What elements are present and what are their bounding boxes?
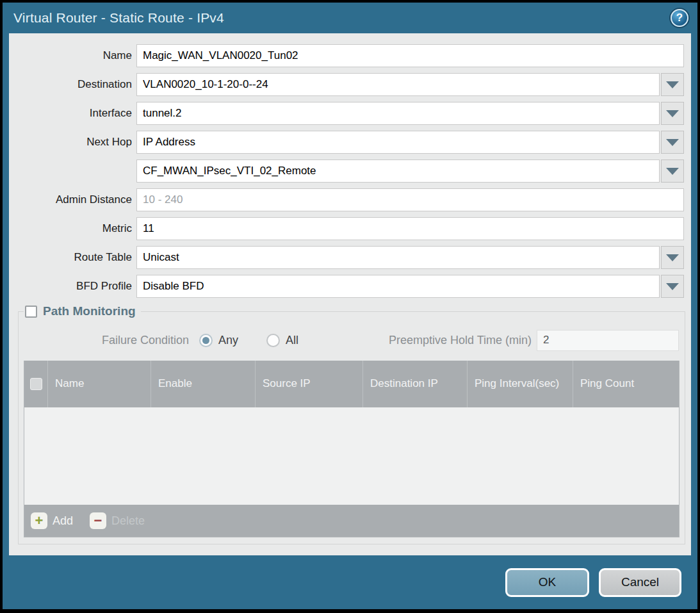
dialog-body: Name Destination Interface Next Hop <box>9 33 691 555</box>
destination-dropdown-button[interactable] <box>661 73 684 96</box>
next-hop-address-input[interactable] <box>136 159 660 183</box>
preemptive-hold-time-label: Preemptive Hold Time (min) <box>389 334 532 347</box>
route-table-input[interactable] <box>136 246 660 269</box>
radio-dot <box>202 337 209 344</box>
route-table-dropdown-button[interactable] <box>661 246 684 269</box>
form-row-bfd-profile: BFD Profile <box>9 275 684 298</box>
dialog-action-bar: OK Cancel <box>3 555 697 609</box>
cancel-button[interactable]: Cancel <box>599 568 681 597</box>
form-row-metric: Metric <box>9 217 684 240</box>
destination-input[interactable] <box>136 73 660 96</box>
column-header-enable[interactable]: Enable <box>151 361 255 407</box>
form-row-next-hop-address <box>9 159 684 183</box>
failure-condition-all-label: All <box>286 334 298 347</box>
column-header-name[interactable]: Name <box>47 361 151 407</box>
failure-condition-any-radio[interactable] <box>199 334 213 347</box>
route-table-label: Route Table <box>9 251 136 264</box>
chevron-down-icon <box>666 168 679 175</box>
name-input[interactable] <box>136 44 684 67</box>
path-monitoring-legend: Path Monitoring <box>24 304 141 318</box>
metric-label: Metric <box>9 222 136 235</box>
interface-input[interactable] <box>136 102 660 125</box>
bfd-profile-input[interactable] <box>136 275 660 298</box>
path-monitoring-table-header: Name Enable Source IP Destination IP Pin… <box>24 361 679 407</box>
dialog-titlebar: Virtual Router - Static Route - IPv4 ? <box>3 3 697 33</box>
admin-distance-label: Admin Distance <box>9 193 136 206</box>
failure-condition-label: Failure Condition <box>24 334 189 347</box>
interface-label: Interface <box>9 107 136 120</box>
help-icon[interactable]: ? <box>671 9 688 27</box>
chevron-down-icon <box>666 110 679 117</box>
select-all-header-cell <box>24 361 47 407</box>
path-monitoring-title: Path Monitoring <box>43 304 136 318</box>
static-route-dialog: Virtual Router - Static Route - IPv4 ? N… <box>3 3 697 609</box>
form-row-name: Name <box>9 44 684 67</box>
delete-button-label: Delete <box>111 514 145 528</box>
bfd-profile-dropdown-button[interactable] <box>661 275 684 298</box>
admin-distance-input[interactable] <box>136 188 684 211</box>
form-row-destination: Destination <box>9 73 684 96</box>
failure-condition-any-label: Any <box>218 334 238 347</box>
metric-input[interactable] <box>136 217 684 240</box>
name-label: Name <box>9 49 136 62</box>
destination-label: Destination <box>9 78 136 91</box>
delete-minus-icon: − <box>90 512 106 529</box>
next-hop-address-dropdown-button[interactable] <box>661 159 684 183</box>
interface-dropdown-button[interactable] <box>661 102 684 125</box>
chevron-down-icon <box>666 254 679 261</box>
path-monitoring-table: Name Enable Source IP Destination IP Pin… <box>24 361 680 537</box>
form-row-next-hop: Next Hop <box>9 131 684 154</box>
form-row-admin-distance: Admin Distance <box>9 188 684 211</box>
chevron-down-icon <box>666 81 679 88</box>
column-header-ping-interval[interactable]: Ping Interval(sec) <box>467 361 573 407</box>
select-all-checkbox[interactable] <box>30 378 42 390</box>
dialog-title: Virtual Router - Static Route - IPv4 <box>13 10 224 26</box>
column-header-destination-ip[interactable]: Destination IP <box>362 361 467 407</box>
path-monitoring-checkbox[interactable] <box>25 306 37 318</box>
next-hop-type-input[interactable] <box>136 131 660 154</box>
add-button-label: Add <box>53 514 73 528</box>
bfd-profile-label: BFD Profile <box>9 280 136 293</box>
form-row-interface: Interface <box>9 102 684 125</box>
path-monitoring-section: Path Monitoring Failure Condition Any Al… <box>18 304 685 544</box>
failure-condition-all-radio[interactable] <box>266 334 280 347</box>
ok-button[interactable]: OK <box>505 568 589 597</box>
add-plus-icon: + <box>31 512 47 529</box>
delete-button[interactable]: − Delete <box>90 512 145 529</box>
column-header-ping-count[interactable]: Ping Count <box>573 361 679 407</box>
failure-condition-row: Failure Condition Any All Preemptive Hol… <box>24 329 680 352</box>
path-monitoring-table-toolbar: + Add − Delete <box>24 505 679 537</box>
form-row-route-table: Route Table <box>9 246 684 269</box>
path-monitoring-table-body <box>24 407 679 505</box>
preemptive-hold-time-input[interactable] <box>537 330 679 351</box>
add-button[interactable]: + Add <box>31 512 73 529</box>
next-hop-label: Next Hop <box>9 136 136 149</box>
column-header-source-ip[interactable]: Source IP <box>255 361 362 407</box>
next-hop-type-dropdown-button[interactable] <box>661 131 684 154</box>
chevron-down-icon <box>666 283 679 290</box>
chevron-down-icon <box>666 139 679 146</box>
